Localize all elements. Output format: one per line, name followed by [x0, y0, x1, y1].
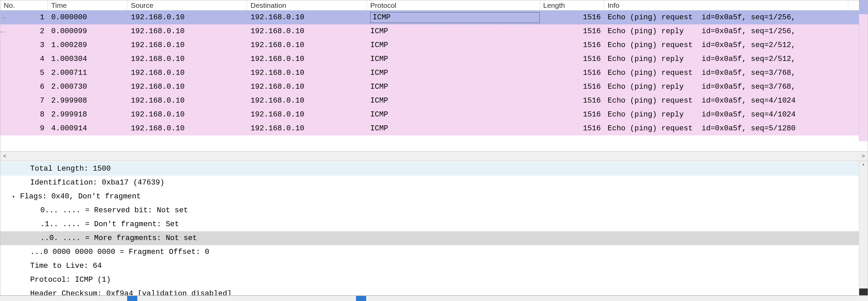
cell-info: Echo (ping) reply id=0x0a5f, seq=3/768, [604, 80, 848, 94]
detail-flags-label: Flags: 0x40, Don't fragment [20, 192, 141, 201]
cell-time: 2.000730 [48, 80, 127, 94]
col-header-time[interactable]: Time [48, 0, 127, 10]
cell-info: Echo (ping) reply id=0x0a5f, seq=2/512, [604, 52, 848, 66]
table-row[interactable]: 31.000289192.168.0.10192.168.0.10ICMP151… [0, 38, 859, 52]
cell-source: 192.168.0.10 [127, 10, 247, 24]
cell-protocol: ICMP [367, 108, 540, 122]
cell-destination: 192.168.0.10 [247, 80, 367, 94]
flow-arrow-right-icon: → [1, 14, 5, 22]
cell-destination: 192.168.0.10 [247, 24, 367, 38]
minimap-selection [859, 0, 868, 14]
cell-source: 192.168.0.10 [127, 38, 247, 52]
cell-length: 1516 [540, 80, 604, 94]
cell-info: Echo (ping) reply id=0x0a5f, seq=1/256, [604, 24, 848, 38]
cell-destination: 192.168.0.10 [247, 108, 367, 122]
cell-time: 1.000304 [48, 52, 127, 66]
cell-source: 192.168.0.10 [127, 122, 247, 135]
cell-length: 1516 [540, 38, 604, 52]
cell-info: Echo (ping) reply id=0x0a5f, seq=4/1024 [604, 108, 848, 122]
cell-source: 192.168.0.10 [127, 108, 247, 122]
detail-dont-fragment[interactable]: .1.. .... = Don't fragment: Set [0, 217, 868, 231]
col-header-source[interactable]: Source [127, 0, 247, 10]
cell-source: 192.168.0.10 [127, 24, 247, 38]
table-row[interactable]: 82.999918192.168.0.10192.168.0.10ICMP151… [0, 108, 859, 122]
packet-details-pane[interactable]: Total Length: 1500 Identification: 0xba1… [0, 161, 868, 296]
col-header-protocol[interactable]: Protocol [367, 0, 540, 10]
detail-flags[interactable]: ▾Flags: 0x40, Don't fragment [0, 190, 868, 203]
cell-protocol: ICMP [367, 66, 540, 80]
cell-destination: 192.168.0.10 [247, 122, 367, 135]
detail-more-fragments[interactable]: ..0. .... = More fragments: Not set [0, 231, 868, 245]
cell-protocol: ICMP [367, 24, 540, 38]
cell-source: 192.168.0.10 [127, 80, 247, 94]
cell-time: 0.000000 [48, 10, 127, 24]
table-row[interactable]: 72.999908192.168.0.10192.168.0.10ICMP151… [0, 94, 859, 108]
table-row[interactable]: 52.000711192.168.0.10192.168.0.10ICMP151… [0, 66, 859, 80]
scroll-left-button[interactable]: < [0, 153, 9, 160]
cell-length: 1516 [540, 94, 604, 108]
cell-destination: 192.168.0.10 [247, 94, 367, 108]
col-header-destination[interactable]: Destination [247, 0, 367, 10]
cell-time: 1.000289 [48, 38, 127, 52]
table-row[interactable]: 10.000000192.168.0.10192.168.0.10ICMP151… [0, 10, 859, 24]
cell-no: 9 [0, 122, 48, 135]
scroll-right-button[interactable]: > [859, 153, 868, 160]
detail-total-length[interactable]: Total Length: 1500 [0, 162, 868, 176]
cell-time: 2.999908 [48, 94, 127, 108]
table-row[interactable]: 20.000099192.168.0.10192.168.0.10ICMP151… [0, 24, 859, 38]
cell-info: Echo (ping) request id=0x0a5f, seq=5/128… [604, 122, 848, 135]
flow-arrow-left-icon: ← [1, 28, 5, 36]
cell-no: 1 [0, 10, 48, 24]
table-row[interactable]: 41.000304192.168.0.10192.168.0.10ICMP151… [0, 52, 859, 66]
packet-list-pane[interactable]: No. Time Source Destination Protocol Len… [0, 0, 868, 152]
cell-length: 1516 [540, 24, 604, 38]
cell-protocol: ICMP [367, 80, 540, 94]
cell-info: Echo (ping) request id=0x0a5f, seq=2/512… [604, 38, 848, 52]
cell-info: Echo (ping) request id=0x0a5f, seq=1/256… [604, 10, 848, 24]
cell-no: 7 [0, 94, 48, 108]
detail-ttl[interactable]: Time to Live: 64 [0, 259, 868, 273]
table-row[interactable]: 62.000730192.168.0.10192.168.0.10ICMP151… [0, 80, 859, 94]
col-header-length[interactable]: Length [540, 0, 604, 10]
cell-protocol: ICMP [367, 52, 540, 66]
cell-info: Echo (ping) request id=0x0a5f, seq=3/768… [604, 66, 848, 80]
packet-list-header[interactable]: No. Time Source Destination Protocol Len… [0, 0, 859, 10]
cell-destination: 192.168.0.10 [247, 10, 367, 24]
detail-reserved-bit[interactable]: 0... .... = Reserved bit: Not set [0, 203, 868, 217]
cell-time: 2.000711 [48, 66, 127, 80]
cell-no: 8 [0, 108, 48, 122]
cell-length: 1516 [540, 108, 604, 122]
cell-source: 192.168.0.10 [127, 66, 247, 80]
cell-destination: 192.168.0.10 [247, 38, 367, 52]
cell-protocol: ICMP [367, 10, 540, 24]
cell-info: Echo (ping) request id=0x0a5f, seq=4/102… [604, 94, 848, 108]
col-header-no[interactable]: No. [0, 0, 48, 10]
cell-length: 1516 [540, 122, 604, 135]
cell-time: 4.000914 [48, 122, 127, 135]
packet-list-minimap[interactable] [859, 0, 868, 141]
details-vscrollbar[interactable]: ▴ ▾ [859, 161, 868, 295]
chevron-down-icon[interactable]: ▾ [12, 193, 20, 200]
packet-list-hscrollbar[interactable]: < > [0, 152, 868, 161]
cell-source: 192.168.0.10 [127, 52, 247, 66]
detail-fragment-offset[interactable]: ...0 0000 0000 0000 = Fragment Offset: 0 [0, 245, 868, 259]
cell-no: 4 [0, 52, 48, 66]
cell-protocol: ICMP [367, 38, 540, 52]
status-marker-1 [127, 296, 137, 301]
cell-time: 2.999918 [48, 108, 127, 122]
table-row[interactable]: 94.000914192.168.0.10192.168.0.10ICMP151… [0, 122, 859, 135]
scroll-corner [859, 288, 868, 295]
status-marker-2 [356, 296, 366, 301]
col-header-info[interactable]: Info [604, 0, 848, 10]
detail-identification[interactable]: Identification: 0xba17 (47639) [0, 176, 868, 190]
cell-source: 192.168.0.10 [127, 94, 247, 108]
cell-no: 6 [0, 80, 48, 94]
cell-length: 1516 [540, 52, 604, 66]
detail-protocol[interactable]: Protocol: ICMP (1) [0, 273, 868, 287]
detail-checksum[interactable]: Header Checksum: 0xf9a4 [validation disa… [0, 287, 868, 296]
cell-time: 0.000099 [48, 24, 127, 38]
cell-length: 1516 [540, 66, 604, 80]
cell-destination: 192.168.0.10 [247, 52, 367, 66]
status-strip [0, 296, 868, 301]
scroll-up-button[interactable]: ▴ [859, 161, 868, 169]
